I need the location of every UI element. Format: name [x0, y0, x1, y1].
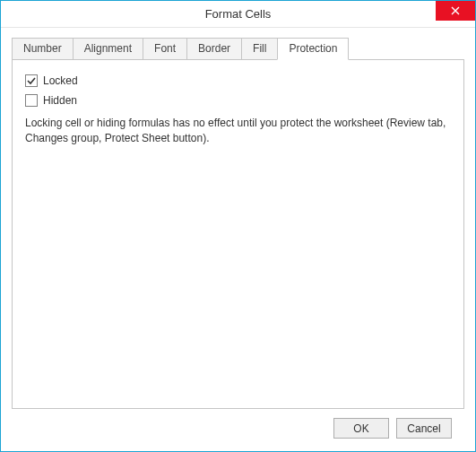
close-button[interactable]	[436, 1, 475, 21]
locked-checkbox[interactable]	[25, 74, 38, 87]
protection-description: Locking cell or hiding formulas has no e…	[25, 116, 451, 146]
tab-fill[interactable]: Fill	[241, 38, 278, 59]
tab-protection[interactable]: Protection	[277, 38, 349, 60]
close-icon	[451, 6, 460, 15]
hidden-row: Hidden	[25, 94, 451, 107]
tab-strip: Number Alignment Font Border Fill Protec…	[12, 37, 464, 59]
titlebar: Format Cells	[1, 1, 475, 28]
checkmark-icon	[27, 76, 36, 85]
locked-label[interactable]: Locked	[43, 74, 78, 87]
hidden-checkbox[interactable]	[25, 94, 38, 107]
dialog-buttons: OK Cancel	[12, 409, 464, 451]
ok-button[interactable]: OK	[333, 418, 389, 439]
dialog-content: Number Alignment Font Border Fill Protec…	[1, 28, 475, 451]
locked-row: Locked	[25, 74, 451, 87]
hidden-label[interactable]: Hidden	[43, 94, 77, 107]
window-title: Format Cells	[1, 7, 475, 21]
protection-panel: Locked Hidden Locking cell or hiding for…	[12, 59, 464, 409]
tab-font[interactable]: Font	[143, 38, 187, 59]
tab-number[interactable]: Number	[12, 38, 74, 59]
tab-alignment[interactable]: Alignment	[73, 38, 143, 59]
cancel-button[interactable]: Cancel	[396, 418, 452, 439]
tab-border[interactable]: Border	[186, 38, 242, 59]
format-cells-dialog: Format Cells Number Alignment Font Borde…	[0, 0, 476, 452]
